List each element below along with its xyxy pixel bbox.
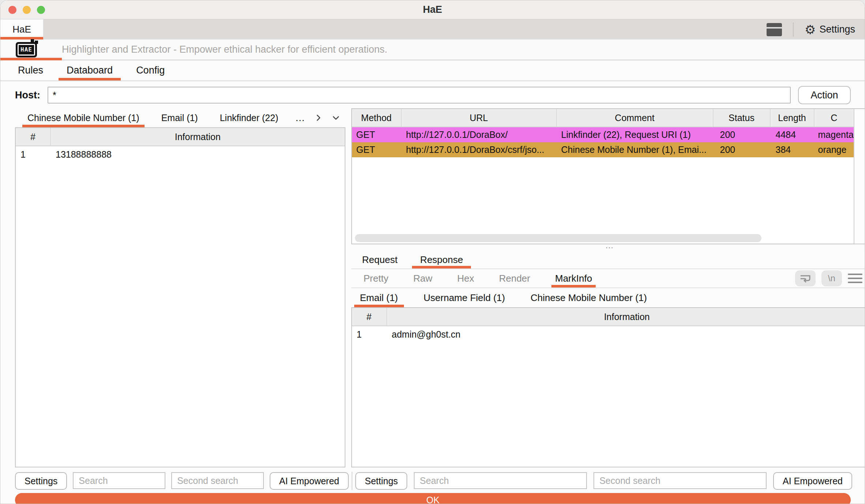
show-newlines-button[interactable]: \n (821, 270, 842, 286)
right-search-input[interactable] (414, 472, 587, 489)
request-row[interactable]: GET http://127.0.0.1/DoraBox/csrf/jso...… (352, 142, 854, 157)
tab-hae-active-indicator (0, 37, 43, 40)
column-header-information[interactable]: Information (51, 128, 345, 146)
active-tab-indicator (412, 266, 471, 268)
tab-markinfo[interactable]: MarkInfo (551, 269, 596, 287)
request-row[interactable]: GET http://127.0.0.1/DoraBox/ Linkfinder… (352, 127, 854, 142)
tab-label: Hex (457, 273, 474, 284)
vertical-scrollbar[interactable] (854, 109, 865, 244)
tab-email[interactable]: Email (1) (156, 108, 203, 127)
footer-divider (352, 472, 352, 490)
tab-rules[interactable]: Rules (10, 60, 51, 80)
horizontal-scrollbar-thumb[interactable] (355, 234, 761, 242)
tab-markinfo-email[interactable]: Email (1) (354, 288, 404, 307)
tab-databoard-active-indicator (59, 78, 121, 80)
requests-table-empty-area (352, 157, 854, 233)
hae-nav-tabs: Rules Databoard Config (0, 60, 865, 81)
right-second-search-input[interactable] (593, 472, 767, 489)
window-title: HaE (0, 4, 865, 15)
method-cell: GET (352, 144, 402, 155)
left-settings-button[interactable]: Settings (15, 472, 67, 490)
tab-chinese-mobile-number[interactable]: Chinese Mobile Number (1) (22, 108, 145, 127)
tab-label: Email (1) (161, 113, 198, 123)
tab-rules-label: Rules (18, 65, 43, 76)
tab-label: MarkInfo (555, 273, 592, 284)
tab-label: Linkfinder (22) (220, 113, 278, 123)
comment-cell: Linkfinder (22), Request URI (1) (557, 129, 714, 140)
tab-markinfo-chinese-mobile-number[interactable]: Chinese Mobile Number (1) (525, 288, 653, 307)
left-ai-empowered-button[interactable]: AI Empowered (270, 472, 349, 490)
menu-icon (848, 274, 862, 275)
tab-pretty[interactable]: Pretty (360, 269, 392, 287)
table-row[interactable]: 1 13188888888 (16, 146, 345, 162)
settings-label: Settings (819, 24, 855, 35)
column-header-color[interactable]: C (815, 109, 854, 127)
column-header-length[interactable]: Length (771, 109, 815, 127)
horizontal-splitter[interactable]: ⋯ (351, 244, 865, 251)
right-ai-empowered-button[interactable]: AI Empowered (773, 472, 852, 490)
tab-config-label: Config (136, 65, 165, 76)
splitter-grip-icon: ⋯ (605, 244, 613, 252)
gear-icon: ⚙ (805, 23, 816, 36)
word-wrap-icon (800, 274, 811, 283)
table-header: # Information (16, 128, 345, 146)
tab-label: Chinese Mobile Number (1) (531, 292, 647, 304)
column-header-method[interactable]: Method (352, 109, 402, 127)
panel-footers: Settings AI Empowered Settings AI Empowe… (0, 467, 865, 490)
action-button[interactable]: Action (798, 86, 851, 104)
length-cell: 384 (771, 144, 815, 155)
host-input[interactable] (48, 87, 791, 104)
method-cell: GET (352, 129, 402, 140)
right-settings-button[interactable]: Settings (355, 472, 407, 490)
color-cell: orange (815, 144, 854, 155)
editor-menu-button[interactable] (848, 270, 862, 286)
tab-render[interactable]: Render (495, 269, 534, 287)
tab-markinfo-username-field[interactable]: Username Field (1) (418, 288, 511, 307)
more-tabs-icon[interactable]: … (295, 113, 305, 123)
column-header-url[interactable]: URL (402, 109, 557, 127)
tab-databoard[interactable]: Databoard (59, 60, 121, 80)
tab-config[interactable]: Config (128, 60, 173, 80)
ok-status-bar[interactable]: OK (15, 493, 851, 504)
url-cell: http://127.0.0.1/DoraBox/csrf/jso... (402, 144, 557, 155)
column-header-number[interactable]: # (352, 308, 387, 326)
toolbar-divider (793, 23, 794, 37)
chevron-right-icon[interactable] (314, 113, 323, 122)
column-header-information[interactable]: Information (387, 308, 865, 326)
extracted-data-tabs: Chinese Mobile Number (1) Email (1) Link… (15, 108, 345, 127)
column-header-comment[interactable]: Comment (557, 109, 714, 127)
tab-label: Request (362, 254, 398, 266)
chevron-down-icon[interactable] (332, 113, 340, 122)
tab-label: Render (499, 273, 530, 284)
hae-logo-text: HAE (18, 44, 35, 56)
tab-label: Response (420, 254, 463, 266)
right-panel-footer: Settings AI Empowered (355, 472, 852, 490)
tab-request[interactable]: Request (354, 251, 406, 268)
tab-label: Chinese Mobile Number (1) (27, 113, 139, 123)
table-row[interactable]: 1 admin@gh0st.cn (352, 326, 865, 342)
tab-label: Pretty (364, 273, 389, 284)
length-cell: 4484 (771, 129, 815, 140)
requests-table-header: Method URL Comment Status Length C (352, 109, 854, 127)
host-row: Host: Action (0, 81, 865, 108)
tab-response[interactable]: Response (412, 251, 471, 268)
column-header-number[interactable]: # (16, 128, 51, 146)
left-panel-footer: Settings AI Empowered (15, 472, 349, 490)
left-second-search-input[interactable] (171, 472, 264, 489)
row-information-cell: admin@gh0st.cn (387, 329, 865, 340)
column-header-status[interactable]: Status (714, 109, 771, 127)
horizontal-scrollbar[interactable] (352, 233, 854, 244)
request-response-panel: Method URL Comment Status Length C GET h… (351, 108, 865, 467)
tab-raw[interactable]: Raw (409, 269, 436, 287)
hae-extension-active-indicator (0, 58, 62, 60)
tab-hae[interactable]: HaE (0, 19, 43, 40)
active-tab-indicator (551, 285, 596, 287)
layout-panel-icon[interactable] (767, 23, 782, 36)
word-wrap-button[interactable] (795, 270, 816, 286)
left-search-input[interactable] (73, 472, 165, 489)
tab-hex[interactable]: Hex (453, 269, 478, 287)
status-cell: 200 (714, 129, 771, 140)
tab-label: Username Field (1) (424, 292, 505, 304)
settings-button[interactable]: ⚙ Settings (805, 23, 855, 36)
tab-linkfinder[interactable]: Linkfinder (22) (215, 108, 284, 127)
